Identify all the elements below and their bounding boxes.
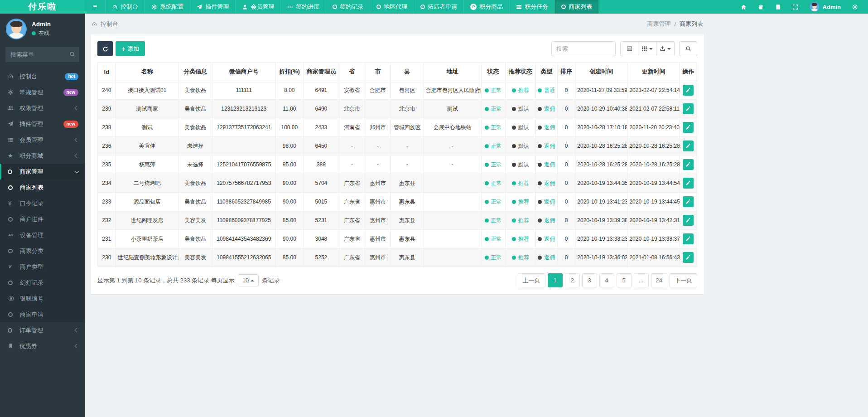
cell-sort: 0 [557, 211, 575, 230]
cell-created: 2020-10-29 10:40:38 [575, 100, 627, 118]
menu-toggle-button[interactable]: ≡ [85, 0, 105, 14]
column-header-8[interactable]: 县 [391, 63, 424, 81]
edit-button[interactable] [683, 233, 694, 244]
edit-button[interactable] [683, 252, 694, 263]
topnav-item-merchant-list[interactable]: 商家列表 [555, 0, 598, 14]
page-size-select[interactable]: 10 [238, 274, 259, 286]
page-button-3[interactable]: 3 [582, 273, 597, 287]
menu-search-input[interactable] [5, 47, 79, 62]
cell-name: 世纪阁理发店 [116, 211, 178, 230]
edit-button[interactable] [683, 159, 694, 170]
edit-button[interactable] [683, 196, 694, 207]
column-header-14[interactable]: 创建时间 [575, 63, 627, 81]
page-ellipsis[interactable]: ... [634, 273, 649, 287]
log-button[interactable] [770, 0, 787, 14]
sidebar-item-addon[interactable]: 插件管理new [0, 116, 85, 132]
cell-admin_id: 5704 [303, 174, 339, 193]
cell-county: 惠东县 [391, 193, 424, 211]
sidebar-item-device-manage[interactable]: AD设备管理 [0, 227, 85, 243]
topnav-item-system-config[interactable]: 系统配置 [145, 0, 190, 14]
topnav-item-sign-progress[interactable]: 签约进度 [280, 0, 326, 14]
sidebar-item-merchant[interactable]: 商家管理 [0, 164, 85, 179]
sidebar-item-merchant-apply[interactable]: 商家申请 [0, 306, 85, 322]
sidebar-item-dashboard[interactable]: 控制台hot [0, 68, 85, 84]
cell-recommend: 默认 [505, 100, 535, 118]
topnav-item-addon-manage[interactable]: 插件管理 [190, 0, 235, 14]
column-header-1[interactable]: 名称 [116, 63, 178, 81]
topnav-item-shop-developer-apply[interactable]: 拓店者申请 [414, 0, 463, 14]
sidebar-item-auth[interactable]: 权限管理 [0, 100, 85, 116]
cell-status: 正常 [481, 137, 505, 155]
column-header-12[interactable]: 类型 [536, 63, 558, 81]
sidebar-item-unionpay-no[interactable]: 银联编号 [0, 291, 85, 306]
prev-page-button[interactable]: 上一页 [518, 273, 545, 287]
page-button-2[interactable]: 2 [565, 273, 580, 287]
edit-button[interactable] [683, 141, 694, 151]
sidebar-item-merchant-list[interactable]: 商家列表 [0, 179, 85, 195]
search-toggle-button[interactable] [679, 41, 697, 56]
refresh-button[interactable] [97, 41, 113, 56]
cell-id: 230 [98, 248, 116, 267]
status-dot-icon [485, 256, 489, 260]
column-header-0[interactable]: Id [98, 63, 116, 81]
sidebar-item-points-mall[interactable]: ★积分商城 [0, 148, 85, 164]
edit-button[interactable] [683, 178, 694, 189]
sidebar-item-coupon[interactable]: 优惠券 [0, 338, 85, 354]
sidebar-item-member[interactable]: 会员管理 [0, 132, 85, 148]
sidebar-item-merchant-category[interactable]: 商家分类 [0, 243, 85, 259]
trash-button[interactable] [752, 0, 770, 14]
column-header-13[interactable]: 排序 [557, 63, 575, 81]
main-content: 控制台 商家管理 / 商家列表 +添加 [85, 14, 868, 417]
topnav-item-dashboard[interactable]: 控制台 [105, 0, 145, 14]
column-header-6[interactable]: 省 [339, 63, 365, 81]
sidebar-item-order[interactable]: 订单管理 [0, 322, 85, 338]
topnav-item-area-agent[interactable]: 地区代理 [370, 0, 414, 14]
column-header-4[interactable]: 折扣(%) [275, 63, 303, 81]
column-header-2[interactable]: 分类信息 [178, 63, 212, 81]
table-search-input[interactable] [551, 41, 616, 56]
topnav-item-sign-records[interactable]: 签约记录 [326, 0, 370, 14]
edit-button[interactable] [683, 85, 694, 96]
settings-button[interactable] [846, 0, 863, 14]
page-button-24[interactable]: 24 [651, 273, 667, 287]
cell-recommend: 推荐 [505, 174, 535, 193]
status-badge: 正常 [485, 254, 502, 262]
detail-view-button[interactable] [620, 41, 638, 56]
column-header-5[interactable]: 商家管理员 [303, 63, 339, 81]
column-header-10[interactable]: 状态 [481, 63, 505, 81]
user-menu[interactable]: Admin [804, 0, 846, 14]
topnav-item-member-manage[interactable]: 会员管理 [235, 0, 280, 14]
sidebar-item-merchant-type[interactable]: V商户类型 [0, 259, 85, 275]
column-header-3[interactable]: 微信商户号 [212, 63, 275, 81]
home-button[interactable] [735, 0, 752, 14]
next-page-button[interactable]: 下一页 [670, 273, 697, 287]
column-header-15[interactable]: 更新时间 [627, 63, 680, 81]
edit-button[interactable] [683, 215, 694, 226]
breadcrumb-parent[interactable]: 商家管理 [647, 20, 670, 28]
sidebar-item-password-log[interactable]: ¥口令记录 [0, 195, 85, 211]
page-button-1[interactable]: 1 [548, 273, 563, 287]
plane-icon [197, 4, 203, 10]
page-button-5[interactable]: 5 [617, 273, 632, 287]
cell-updated: 2020-10-19 13:44:54 [627, 174, 680, 193]
fullscreen-button[interactable] [787, 0, 804, 14]
columns-button[interactable] [638, 41, 656, 56]
column-header-16[interactable]: 操作 [680, 63, 697, 81]
column-header-7[interactable]: 市 [365, 63, 391, 81]
column-header-9[interactable]: 地址 [424, 63, 481, 81]
topnav-item-points-task[interactable]: 积分任务 [509, 0, 555, 14]
table-row: 234二号烧烤吧美食饮品12075756678271795390.005704广… [98, 174, 697, 193]
export-button[interactable] [656, 41, 675, 56]
page-button-4[interactable]: 4 [599, 273, 614, 287]
edit-button[interactable] [683, 103, 694, 114]
topnav-item-points-goods[interactable]: P积分商品 [463, 0, 509, 14]
cell-sort: 0 [557, 118, 575, 137]
edit-button[interactable] [683, 122, 694, 133]
add-button[interactable]: +添加 [116, 41, 145, 56]
column-header-11[interactable]: 推荐状态 [505, 63, 535, 81]
sidebar-item-general[interactable]: 常规管理new [0, 84, 85, 100]
sidebar-item-merchant-entry[interactable]: 商户进件 [0, 211, 85, 227]
cell-id: 235 [98, 155, 116, 174]
sidebar-item-slide-log[interactable]: 幻灯记录 [0, 275, 85, 291]
app-logo[interactable]: 付乐啦 [0, 0, 85, 14]
